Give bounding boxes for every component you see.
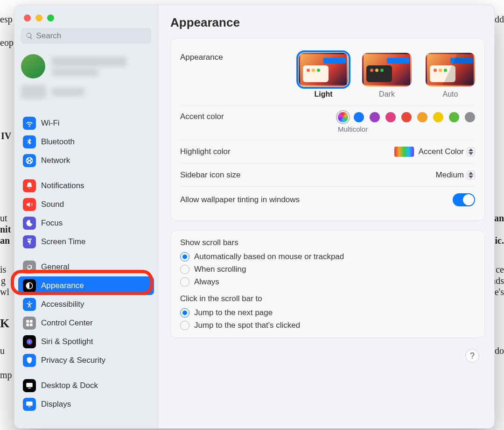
sidebar-item-siri-spotlight[interactable]: Siri & Spotlight: [18, 332, 154, 351]
highlight-value: Accent Color: [419, 147, 464, 156]
radio-option[interactable]: Automatically based on mouse or trackpad: [180, 252, 475, 261]
radio-icon: [180, 308, 189, 317]
siri-spotlight-icon: [23, 335, 36, 348]
appearance-thumbs: Light Dark Auto: [299, 53, 475, 99]
accent-swatch[interactable]: [449, 112, 459, 122]
sidebar-size-select[interactable]: Medium: [436, 170, 475, 180]
account-name: name: [52, 56, 126, 67]
sidebar-item-appearance[interactable]: Appearance: [18, 276, 154, 295]
sidebar-item-wi-fi[interactable]: Wi-Fi: [18, 114, 154, 133]
sidebar-item-desktop-dock[interactable]: Desktop & Dock: [18, 376, 154, 395]
scrollclick-title: Click in the scroll bar to: [180, 294, 475, 303]
window-controls: [14, 11, 158, 28]
bg-text: u: [0, 345, 5, 356]
bg-text: esp: [0, 14, 13, 25]
svg-rect-8: [28, 388, 31, 389]
account-sub: sub: [52, 69, 98, 76]
sidebar-item-notifications[interactable]: Notifications: [18, 176, 154, 195]
chevron-updown-icon: [467, 147, 475, 156]
sidebar-item-general[interactable]: General: [18, 258, 154, 276]
zoom-icon[interactable]: [47, 14, 54, 21]
sidebar-item-label: Notifications: [41, 181, 84, 190]
screen-time-icon: [23, 235, 36, 248]
svg-point-6: [27, 339, 32, 345]
appearance-option-light[interactable]: Light: [299, 53, 348, 99]
help-button[interactable]: ?: [465, 349, 479, 363]
svg-rect-3: [30, 320, 33, 323]
sidebar-item-label: Displays: [41, 400, 71, 409]
appearance-option-label: Light: [314, 90, 332, 99]
sidebar-size-label: Sidebar icon size: [180, 170, 240, 180]
close-icon[interactable]: [24, 14, 31, 21]
svg-rect-2: [26, 320, 29, 323]
radio-label: Jump to the next page: [194, 308, 273, 317]
sidebar-item-sound[interactable]: Sound: [18, 195, 154, 214]
sidebar-item-displays[interactable]: Displays: [18, 395, 154, 414]
highlight-label: Highlight color: [180, 147, 231, 156]
sidebar-item-screen-time[interactable]: Screen Time: [18, 233, 154, 251]
bg-text: ut: [0, 213, 7, 224]
sidebar: name sub f Wi-FiBluetoothNetwork Notific…: [14, 5, 158, 428]
appearance-option-label: Auto: [443, 90, 458, 99]
sidebar-item-label: Accessibility: [41, 300, 84, 309]
radio-icon: [180, 321, 189, 330]
accent-swatch[interactable]: [370, 112, 380, 122]
accent-swatches: [338, 112, 475, 122]
radio-option[interactable]: Jump to the spot that's clicked: [180, 321, 475, 330]
radio-icon: [180, 265, 189, 274]
sidebar-item-privacy-security[interactable]: Privacy & Security: [18, 351, 154, 370]
sidebar-item-label: Control Center: [41, 318, 93, 328]
accent-swatch[interactable]: [465, 112, 475, 122]
sidebar-item-bluetooth[interactable]: Bluetooth: [18, 133, 154, 151]
search-field[interactable]: [21, 28, 151, 44]
search-icon: [26, 32, 33, 40]
settings-window: name sub f Wi-FiBluetoothNetwork Notific…: [14, 5, 495, 429]
search-input[interactable]: [36, 31, 147, 41]
accent-selected-label: Multicolor: [338, 125, 368, 133]
tint-toggle[interactable]: [453, 193, 475, 206]
focus-icon: [23, 217, 36, 230]
displays-icon: [23, 398, 36, 411]
bg-text: mp: [0, 370, 12, 381]
sidebar-item-label: Sound: [41, 200, 64, 209]
avatar: [21, 54, 45, 78]
appearance-option-dark[interactable]: Dark: [362, 53, 412, 99]
sidebar-item-accessibility[interactable]: Accessibility: [18, 295, 154, 314]
tint-label: Allow wallpaper tinting in windows: [180, 195, 300, 204]
radio-option[interactable]: Jump to the next page: [180, 308, 475, 317]
scrollbars-title: Show scroll bars: [180, 238, 475, 247]
sidebar-item-focus[interactable]: Focus: [18, 214, 154, 233]
bg-text: nit: [0, 224, 11, 235]
svg-point-1: [29, 301, 30, 303]
accent-swatch[interactable]: [385, 112, 396, 122]
minimize-icon[interactable]: [35, 14, 42, 21]
panel-scroll: Show scroll bars Automatically based on …: [170, 230, 485, 338]
accent-swatch[interactable]: [338, 112, 348, 122]
highlight-swatch: [394, 147, 414, 157]
appearance-option-auto[interactable]: Auto: [426, 53, 475, 99]
accent-swatch[interactable]: [417, 112, 427, 122]
radio-label: Jump to the spot that's clicked: [194, 321, 300, 330]
family-row[interactable]: f: [14, 83, 158, 106]
panel-appearance: Appearance Light Dark Auto: [170, 38, 485, 221]
highlight-select[interactable]: Accent Color: [419, 147, 475, 156]
sidebar-item-network[interactable]: Network: [18, 151, 154, 170]
radio-option[interactable]: When scrolling: [180, 265, 475, 274]
accent-swatch[interactable]: [401, 112, 412, 122]
radio-option[interactable]: Always: [180, 277, 475, 287]
bg-text: e's: [495, 287, 504, 297]
network-icon: [23, 154, 36, 167]
notifications-icon: [23, 179, 36, 192]
sidebar-item-label: Screen Time: [41, 237, 85, 247]
bg-text: an: [494, 213, 504, 224]
desktop-dock-icon: [23, 379, 36, 392]
sidebar-size-value: Medium: [436, 170, 464, 180]
account-row[interactable]: name sub: [14, 51, 158, 83]
bg-text: ce: [496, 264, 504, 275]
sidebar-item-label: Appearance: [41, 281, 84, 290]
radio-label: Automatically based on mouse or trackpad: [194, 252, 344, 261]
accent-swatch[interactable]: [433, 112, 443, 122]
sidebar-item-control-center[interactable]: Control Center: [18, 314, 154, 332]
accent-swatch[interactable]: [354, 112, 364, 122]
svg-rect-5: [30, 324, 33, 326]
